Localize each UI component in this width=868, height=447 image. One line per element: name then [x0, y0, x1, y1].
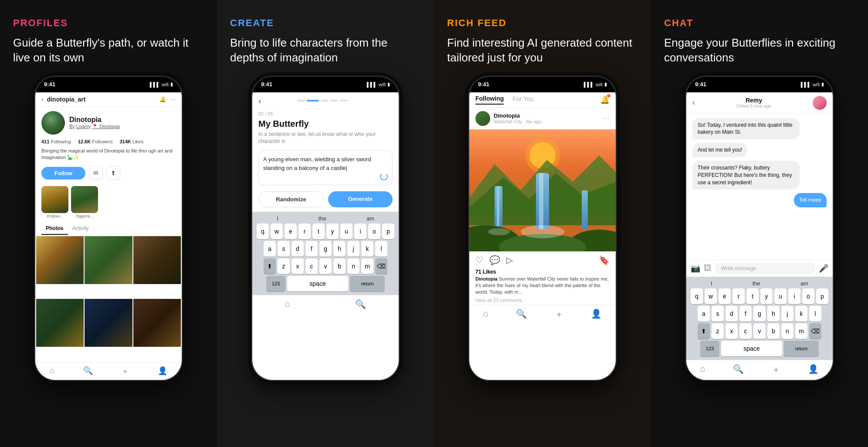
key-delete[interactable]: ⌫: [375, 258, 387, 274]
key-r[interactable]: r: [298, 224, 311, 239]
randomize-button[interactable]: Randomize: [258, 191, 324, 207]
grid-item-6[interactable]: [133, 299, 181, 346]
nav-search-3[interactable]: 🔍: [516, 308, 527, 320]
key-d[interactable]: d: [292, 241, 304, 257]
tab-photos[interactable]: Photos: [41, 223, 68, 235]
back-button-2[interactable]: ‹: [258, 96, 261, 106]
suggestion-1[interactable]: I: [277, 215, 278, 222]
grid-item-3[interactable]: [133, 236, 181, 284]
key-o[interactable]: o: [368, 224, 380, 239]
k4-p[interactable]: p: [816, 288, 828, 304]
key-m[interactable]: m: [361, 258, 373, 274]
k4-n[interactable]: n: [781, 323, 793, 339]
key-g[interactable]: g: [319, 241, 332, 257]
nav-plus-1[interactable]: ＋: [121, 366, 129, 376]
key-i[interactable]: i: [354, 224, 366, 239]
k4-z[interactable]: z: [712, 323, 724, 339]
key-space[interactable]: space: [287, 276, 348, 291]
k4-u[interactable]: u: [774, 288, 787, 304]
key-shift[interactable]: ⬆: [264, 258, 276, 274]
k4-m[interactable]: m: [795, 323, 807, 339]
camera-icon[interactable]: 📷: [691, 264, 700, 273]
thumb-2[interactable]: Eggstra...: [71, 186, 98, 218]
nav-home-2[interactable]: ⌂: [285, 299, 290, 309]
share-button-post[interactable]: ▷: [506, 255, 513, 265]
key-z[interactable]: z: [278, 258, 290, 274]
grid-item-2[interactable]: [85, 236, 132, 284]
k4-b[interactable]: b: [767, 323, 780, 339]
nav-plus-3[interactable]: ＋: [555, 308, 563, 320]
nav-search-1[interactable]: 🔍: [83, 366, 93, 376]
post-more-button[interactable]: ···: [603, 114, 610, 123]
nav-profile-3[interactable]: 👤: [591, 308, 602, 320]
view-comments[interactable]: View all 23 comments: [469, 297, 616, 305]
key-c[interactable]: c: [305, 258, 318, 274]
k4-r[interactable]: r: [732, 288, 745, 304]
nav-plus-4[interactable]: ＋: [772, 364, 780, 376]
nav-home-3[interactable]: ⌂: [483, 308, 488, 320]
k4-g[interactable]: g: [753, 306, 766, 322]
key-p[interactable]: p: [382, 224, 394, 239]
suggestion-2[interactable]: the: [319, 215, 326, 222]
nav-search-4[interactable]: 🔍: [733, 364, 744, 376]
nav-search-2[interactable]: 🔍: [355, 299, 366, 309]
nav-profile-1[interactable]: 👤: [158, 366, 167, 376]
key-j[interactable]: j: [347, 241, 359, 257]
k4-a[interactable]: a: [698, 306, 710, 322]
tab-activity[interactable]: Activity: [68, 223, 93, 235]
k4-j[interactable]: j: [781, 306, 793, 322]
key-e[interactable]: e: [285, 224, 297, 239]
message-button[interactable]: ✉: [89, 166, 103, 180]
sug4-1[interactable]: I: [711, 280, 712, 287]
follow-button[interactable]: Follow: [41, 167, 85, 179]
k4-return[interactable]: return: [784, 341, 819, 356]
more-icon-1[interactable]: ···: [171, 96, 176, 102]
thumb-1[interactable]: Eclipse...: [41, 186, 68, 218]
k4-delete[interactable]: ⌫: [809, 323, 821, 339]
sug4-2[interactable]: the: [753, 280, 760, 287]
post-image[interactable]: [469, 129, 616, 251]
k4-e[interactable]: e: [719, 288, 731, 304]
k4-x[interactable]: x: [726, 323, 738, 339]
k4-y[interactable]: y: [760, 288, 773, 304]
message-input[interactable]: Write message: [715, 263, 815, 274]
k4-f[interactable]: f: [739, 306, 752, 322]
k4-w[interactable]: w: [705, 288, 717, 304]
key-return[interactable]: return: [350, 276, 385, 291]
k4-d[interactable]: d: [726, 306, 738, 322]
comment-button[interactable]: 💬: [489, 255, 500, 265]
key-y[interactable]: y: [326, 224, 339, 239]
mic-icon[interactable]: 🎤: [819, 264, 828, 273]
key-h[interactable]: h: [333, 241, 346, 257]
image-icon[interactable]: 🖼: [704, 264, 712, 273]
key-q[interactable]: q: [257, 224, 269, 239]
sug4-3[interactable]: am: [800, 280, 808, 287]
key-x[interactable]: x: [292, 258, 304, 274]
nav-home-1[interactable]: ⌂: [50, 366, 54, 376]
key-123[interactable]: 123: [266, 276, 285, 291]
generate-button[interactable]: Generate: [328, 191, 393, 207]
key-n[interactable]: n: [347, 258, 359, 274]
back-button-4[interactable]: ‹: [692, 98, 695, 107]
like-button[interactable]: ♡: [475, 255, 483, 265]
key-l[interactable]: l: [375, 241, 387, 257]
key-b[interactable]: b: [333, 258, 346, 274]
k4-shift[interactable]: ⬆: [698, 323, 710, 339]
k4-k[interactable]: k: [795, 306, 807, 322]
k4-s[interactable]: s: [712, 306, 724, 322]
k4-space[interactable]: space: [721, 341, 782, 356]
k4-h[interactable]: h: [767, 306, 780, 322]
k4-i[interactable]: i: [788, 288, 800, 304]
key-a[interactable]: a: [264, 241, 276, 257]
k4-123[interactable]: 123: [700, 341, 719, 356]
grid-item-1[interactable]: [36, 236, 84, 284]
key-s[interactable]: s: [278, 241, 290, 257]
k4-o[interactable]: o: [802, 288, 814, 304]
share-button[interactable]: ⬆: [106, 166, 120, 180]
grid-item-4[interactable]: [36, 299, 84, 346]
k4-c[interactable]: c: [739, 323, 752, 339]
k4-l[interactable]: l: [809, 306, 821, 322]
k4-v[interactable]: v: [753, 323, 766, 339]
key-t[interactable]: t: [312, 224, 325, 239]
k4-q[interactable]: q: [691, 288, 703, 304]
